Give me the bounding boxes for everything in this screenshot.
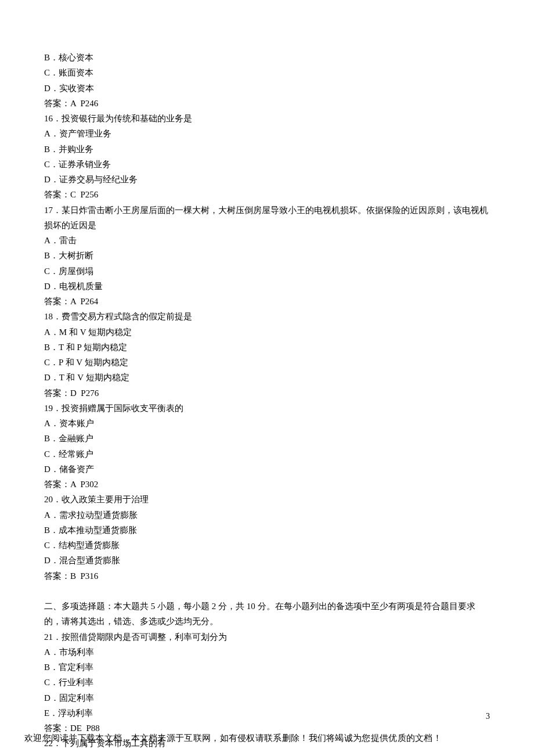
text-line: C．账面资本 — [44, 65, 490, 80]
text-line: 19．投资捐赠属于国际收支平衡表的 — [44, 401, 490, 416]
text-line: B．核心资本 — [44, 50, 490, 65]
text-line: 答案：B P316 — [44, 568, 490, 584]
text-line: D．混合型通货膨胀 — [44, 553, 490, 568]
text-line: D．电视机质量 — [44, 279, 490, 294]
text-line: A．需求拉动型通货膨胀 — [44, 507, 490, 523]
text-line: 答案：D P276 — [44, 386, 490, 401]
text-line: D．储备资产 — [44, 462, 490, 477]
text-line: E．浮动利率 — [44, 705, 490, 721]
text-line: A．雷击 — [44, 233, 490, 248]
text-line: D．T 和 V 短期内稳定 — [44, 370, 490, 385]
text-line: B．T 和 P 短期内稳定 — [44, 340, 490, 355]
text-line: C．行业利率 — [44, 675, 490, 690]
page-number: 3 — [486, 710, 490, 724]
footer-text: 欢迎您阅读并下载本文档，本文档来源于互联网，如有侵权请联系删除！我们将竭诚为您提… — [24, 730, 442, 746]
text-line: 18．费雪交易方程式隐含的假定前提是 — [44, 309, 490, 324]
text-line: A．M 和 V 短期内稳定 — [44, 325, 490, 340]
text-line: C．结构型通货膨胀 — [44, 538, 490, 553]
text-line: 答案：C P256 — [44, 187, 490, 202]
text-line: 20．收入政策主要用于治理 — [44, 492, 490, 507]
text-line: 答案：A P302 — [44, 477, 490, 492]
text-line: A．资本账户 — [44, 416, 490, 431]
blank-line — [44, 584, 490, 599]
text-line: D．实收资本 — [44, 81, 490, 96]
text-line: 答案：A P246 — [44, 96, 490, 111]
text-line: C．房屋倒塌 — [44, 264, 490, 279]
text-line: C．经常账户 — [44, 447, 490, 462]
text-line: D．固定利率 — [44, 690, 490, 705]
text-line: A．资产管理业务 — [44, 126, 490, 141]
text-line: B．金融账户 — [44, 431, 490, 446]
text-line: 21．按照借贷期限内是否可调整，利率可划分为 — [44, 629, 490, 645]
text-line: A．市场利率 — [44, 645, 490, 660]
document-body: B．核心资本C．账面资本D．实收资本答案：A P24616．投资银行最为传统和基… — [0, 0, 534, 751]
text-line: 16．投资银行最为传统和基础的业务是 — [44, 111, 490, 126]
text-line: B．官定利率 — [44, 660, 490, 675]
text-line: C．P 和 V 短期内稳定 — [44, 355, 490, 370]
text-line: B．大树折断 — [44, 248, 490, 263]
text-line: B．并购业务 — [44, 142, 490, 157]
text-line: 17．某日炸雷击断小王房屋后面的一棵大树，大树压倒房屋导致小王的电视机损坏。依据… — [44, 203, 490, 233]
text-line: C．证券承销业务 — [44, 157, 490, 172]
text-line: B．成本推动型通货膨胀 — [44, 523, 490, 538]
text-line: D．证券交易与经纪业务 — [44, 172, 490, 187]
text-line: 二、多项选择题：本大题共 5 小题，每小题 2 分，共 10 分。在每小题列出的… — [44, 599, 490, 629]
text-line: 答案：A P264 — [44, 294, 490, 309]
